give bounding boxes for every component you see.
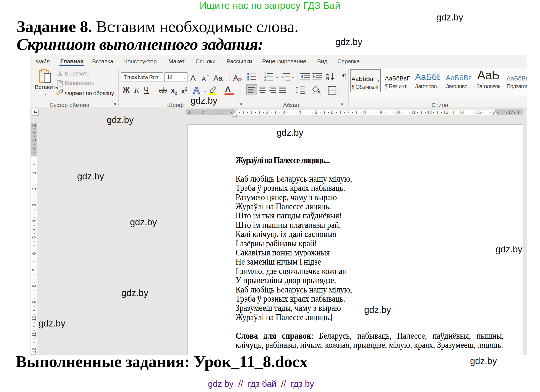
style-card-title[interactable]: АаЬ Заголовок: [476, 69, 501, 92]
right-indent-marker[interactable]: [493, 111, 498, 115]
borders-dropdown-icon[interactable]: ⌄: [339, 89, 342, 93]
ruler-number: 10: [395, 110, 399, 115]
style-card-subtitle[interactable]: АаБбВв Подзагол...: [506, 69, 527, 92]
vertical-ruler[interactable]: 21123456789101112: [31, 123, 37, 355]
cut-button[interactable]: Вырезать: [65, 70, 89, 77]
change-case-glyph: Аа: [213, 74, 223, 82]
multilevel-dropdown-icon[interactable]: ⌄: [291, 75, 294, 79]
font-dialog-launcher-icon[interactable]: [238, 101, 243, 106]
tab-review[interactable]: Рецензирование: [262, 55, 306, 67]
borders-button[interactable]: [328, 86, 336, 95]
shrink-font-button[interactable]: Аˇ: [202, 76, 206, 82]
style-card-normal[interactable]: АаБбВвГг, ¶ Обычный: [350, 69, 381, 92]
align-right-button[interactable]: [269, 87, 276, 93]
show-marks-button[interactable]: ¶: [342, 73, 346, 81]
change-case-button[interactable]: Аа⌄: [213, 75, 223, 82]
tab-stop-selector[interactable]: [32, 109, 39, 116]
font-size-dropdown-icon[interactable]: ⌄: [183, 75, 187, 79]
style-label: Подзагол...: [506, 83, 527, 90]
italic-button[interactable]: К: [134, 87, 139, 94]
numbering-button[interactable]: 123: [264, 72, 274, 81]
screenshot-subheading: Скриншот выполненного задания:: [17, 35, 263, 54]
style-sample-text: АаБбВвГ: [445, 69, 471, 82]
multilevel-list-button[interactable]: 1ai: [280, 72, 290, 81]
indent-markers[interactable]: [231, 108, 239, 117]
decrease-indent-button[interactable]: [300, 73, 310, 80]
align-center-button[interactable]: [259, 87, 266, 93]
format-painter-button[interactable]: Формат по образцу: [65, 90, 114, 96]
watermark: gdz.by: [495, 245, 522, 254]
line-spacing-dropdown-icon[interactable]: ⌄: [306, 89, 309, 93]
ruler-number: 1: [216, 110, 221, 115]
document-page[interactable]: Жураўлі на Палессе ляцяць... Каб любіць …: [187, 124, 523, 355]
svg-text:a: a: [282, 75, 283, 78]
tab-view[interactable]: Вид: [317, 55, 327, 67]
highlight-button[interactable]: [208, 85, 218, 95]
paste-button[interactable]: Вставить: [34, 84, 59, 90]
font-group-label: Шрифт: [163, 102, 191, 108]
cut-icon[interactable]: [58, 70, 64, 76]
style-label: Заголово...: [445, 83, 471, 90]
copy-button[interactable]: Копировать: [65, 80, 94, 87]
style-card-no-spacing[interactable]: АаБбВвГг, ¶ Без инт...: [384, 69, 410, 92]
tab-mailings[interactable]: Рассылки: [226, 55, 252, 67]
poem-line: Трэба ў розных краях пабываць.: [236, 183, 504, 192]
tab-file[interactable]: Файл: [36, 55, 50, 67]
ruler-number: 8: [362, 110, 367, 115]
align-left-button[interactable]: [246, 84, 257, 95]
style-card-heading2[interactable]: АаБбВвГ Заголово...: [445, 69, 471, 92]
clear-formatting-button[interactable]: А: [233, 74, 238, 82]
tab-help[interactable]: Справка: [337, 55, 360, 67]
font-color-glyph: А: [225, 85, 231, 93]
tab-references[interactable]: Ссылки: [195, 55, 216, 67]
font-size-combo[interactable]: 14 ⌄: [165, 72, 187, 82]
poem-line: Сакавітыя пожні мурожныя: [236, 248, 504, 257]
format-painter-icon[interactable]: [56, 89, 63, 96]
bold-button[interactable]: Ж: [123, 87, 129, 94]
style-label: Заголовок: [476, 83, 501, 90]
superscript-button[interactable]: х2: [181, 87, 187, 95]
paste-dropdown-icon[interactable]: ⌄: [44, 92, 47, 95]
justify-button[interactable]: [279, 87, 286, 93]
shading-button[interactable]: [311, 85, 321, 95]
shading-dropdown-icon[interactable]: ⌄: [322, 89, 325, 93]
font-name-value: Times New Rom: [121, 74, 159, 80]
font-name-combo[interactable]: Times New Rom ⌄: [121, 72, 163, 82]
font-name-dropdown-icon[interactable]: ⌄: [159, 75, 163, 79]
footer-links[interactable]: gdz by // гдз бай // гдз by: [208, 379, 314, 389]
subscript-button[interactable]: х2: [171, 87, 177, 96]
copy-icon[interactable]: [57, 80, 63, 87]
bullets-button[interactable]: [247, 72, 257, 81]
watermark: gdz.by: [107, 115, 134, 124]
style-sample-text: АаБбВвГг,: [351, 70, 380, 83]
tab-layout[interactable]: Макет: [168, 55, 184, 67]
ruler-number: 14: [459, 110, 464, 115]
font-color-dropdown-icon[interactable]: ⌄: [235, 89, 238, 93]
top-banner: Ищите нас по запросу ГДЗ Бай: [200, 0, 340, 11]
task-heading-number: Задание 8.: [17, 17, 92, 36]
strikethrough-button[interactable]: ab: [159, 87, 167, 94]
increase-indent-button[interactable]: [312, 73, 322, 80]
style-sample-text: АаЬ: [476, 69, 501, 82]
grow-font-button[interactable]: Аˆ: [190, 74, 196, 82]
line-spacing-button[interactable]: [295, 86, 305, 94]
bullets-dropdown-icon[interactable]: ⌄: [259, 75, 262, 79]
style-card-heading1[interactable]: АаБбВв Заголово...: [414, 69, 440, 92]
underline-dropdown-icon[interactable]: ⌄: [152, 89, 155, 93]
highlight-dropdown-icon[interactable]: ⌄: [219, 89, 222, 93]
paste-icon[interactable]: [38, 69, 52, 83]
poem-line: У прыветлівы двор прывядзе.: [236, 276, 504, 285]
clipboard-dialog-launcher-icon[interactable]: [112, 101, 117, 106]
underline-button[interactable]: Ч: [144, 87, 149, 94]
text-effects-button[interactable]: А: [193, 85, 200, 95]
tab-home[interactable]: Главная: [60, 55, 84, 67]
clipboard-group-label: Буфер обмена: [46, 102, 93, 108]
style-sample-text: АаБбВв: [506, 69, 527, 82]
text-effects-dropdown-icon[interactable]: ⌄: [204, 89, 207, 93]
numbering-dropdown-icon[interactable]: ⌄: [275, 75, 278, 79]
tab-design[interactable]: Конструктор: [124, 55, 157, 67]
tab-insert[interactable]: Вставка: [92, 55, 113, 67]
document-text[interactable]: Жураўлі на Палессе ляцяць... Каб любіць …: [236, 156, 504, 350]
paragraph-dialog-launcher-icon[interactable]: [339, 101, 344, 106]
svg-text:2: 2: [264, 75, 266, 78]
